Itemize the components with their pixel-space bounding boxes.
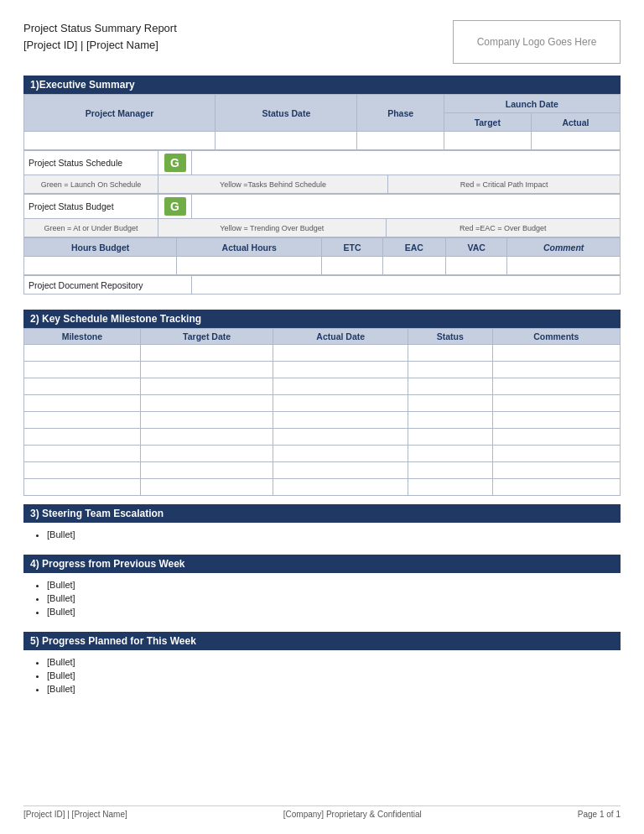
section3-bullets: [Bullet] [23, 523, 621, 539]
milestone-data-row [24, 462, 621, 479]
bullet-item: [Bullet] [47, 529, 621, 539]
milestone-col-milestone: Milestone [24, 329, 141, 345]
doc-repo-table: Project Document Repository [23, 275, 621, 295]
hours-data-row [24, 257, 621, 275]
exec-data-row [24, 132, 621, 150]
milestone-data-row [24, 362, 621, 378]
section4-progress-prev: 4) Progress from Previous Week [Bullet][… [23, 555, 621, 617]
hours-budget-table: Hours Budget Actual Hours ETC EAC VAC Co… [23, 237, 621, 275]
section1-executive-summary: 1)Executive Summary Project Manager Stat… [23, 76, 621, 295]
section2-header: 2) Key Schedule Milestone Tracking [23, 310, 621, 328]
status-budget-label: Project Status Budget [24, 195, 158, 219]
status-budget-g: G [158, 195, 192, 219]
exec-summary-table: Project Manager Status Date Phase Launch… [23, 94, 621, 150]
legend-red-budget: Red =EAC = Over Budget [386, 219, 620, 237]
col-vac: VAC [445, 238, 506, 257]
bullet-item: [Bullet] [47, 657, 621, 667]
budget-legend-row: Green = At or Under Budget Yellow = Tren… [24, 219, 621, 237]
page-footer: [Project ID] | [Project Name] [Company] … [23, 805, 621, 819]
section5-bullets: [Bullet][Bullet][Bullet] [23, 650, 621, 694]
section1-header: 1)Executive Summary [23, 76, 621, 94]
title-line1: Project Status Summary Report [23, 20, 177, 37]
status-schedule-g: G [158, 151, 192, 175]
bullet-item: [Bullet] [47, 607, 621, 617]
col-comment: Comment [507, 238, 621, 257]
milestone-header-row: Milestone Target Date Actual Date Status… [24, 329, 621, 345]
milestone-data-row [24, 345, 621, 362]
milestone-data-row [24, 446, 621, 462]
section2-milestones: 2) Key Schedule Milestone Tracking Miles… [23, 310, 621, 496]
section4-bullets: [Bullet][Bullet][Bullet] [23, 573, 621, 617]
bullet-item: [Bullet] [47, 580, 621, 590]
bullet-item: [Bullet] [47, 684, 621, 694]
col-launch-date: Launch Date [444, 95, 620, 113]
col-hours-budget: Hours Budget [24, 238, 177, 257]
milestone-table: Milestone Target Date Actual Date Status… [23, 328, 621, 496]
section3-header: 3) Steering Team Escalation [23, 504, 621, 523]
legend-red-schedule: Red = Critical Path Impact [388, 175, 621, 194]
status-schedule-row: Project Status Schedule G [24, 151, 621, 175]
legend-green-schedule: Green = Launch On Schedule [24, 175, 158, 194]
status-schedule-table: Project Status Schedule G Green = Launch… [23, 150, 621, 194]
section3-escalation: 3) Steering Team Escalation [Bullet] [23, 504, 621, 539]
section5-header: 5) Progress Planned for This Week [23, 632, 621, 650]
status-schedule-label: Project Status Schedule [24, 151, 158, 175]
legend-yellow-budget: Yellow = Trending Over Budget [158, 219, 387, 237]
col-project-manager: Project Manager [24, 95, 216, 132]
doc-repo-label: Project Document Repository [24, 276, 192, 295]
col-target: Target [444, 113, 531, 132]
col-etc: ETC [322, 238, 383, 257]
page-header: Project Status Summary Report [Project I… [23, 20, 621, 64]
bullet-item: [Bullet] [47, 593, 621, 603]
milestone-col-status: Status [408, 329, 493, 345]
footer-left: [Project ID] | [Project Name] [23, 810, 127, 819]
title-line2: [Project ID] | [Project Name] [23, 37, 177, 54]
footer-center: [Company] Proprietary & Confidential [283, 810, 422, 819]
company-logo: Company Logo Goes Here [453, 20, 621, 64]
hours-header-row: Hours Budget Actual Hours ETC EAC VAC Co… [24, 238, 621, 257]
milestone-data-row [24, 429, 621, 446]
schedule-legend-row: Green = Launch On Schedule Yellow =Tasks… [24, 175, 621, 194]
milestone-data-row [24, 479, 621, 496]
col-actual: Actual [531, 113, 620, 132]
milestone-data-row [24, 378, 621, 395]
doc-repo-row: Project Document Repository [24, 276, 621, 295]
legend-green-budget: Green = At or Under Budget [24, 219, 158, 237]
bullet-item: [Bullet] [47, 670, 621, 680]
milestone-col-comments: Comments [492, 329, 620, 345]
report-title: Project Status Summary Report [Project I… [23, 20, 177, 53]
legend-yellow-schedule: Yellow =Tasks Behind Schedule [158, 175, 388, 194]
col-status-date: Status Date [216, 95, 357, 132]
col-phase: Phase [357, 95, 444, 132]
milestone-col-actual-date: Actual Date [273, 329, 408, 345]
footer-right: Page 1 of 1 [578, 810, 621, 819]
status-budget-row: Project Status Budget G [24, 195, 621, 219]
milestone-data-row [24, 395, 621, 412]
milestone-data-row [24, 412, 621, 429]
col-actual-hours: Actual Hours [177, 238, 322, 257]
section5-progress-planned: 5) Progress Planned for This Week [Bulle… [23, 632, 621, 694]
col-eac: EAC [382, 238, 445, 257]
milestone-col-target-date: Target Date [140, 329, 273, 345]
section4-header: 4) Progress from Previous Week [23, 555, 621, 573]
status-budget-table: Project Status Budget G Green = At or Un… [23, 194, 621, 237]
